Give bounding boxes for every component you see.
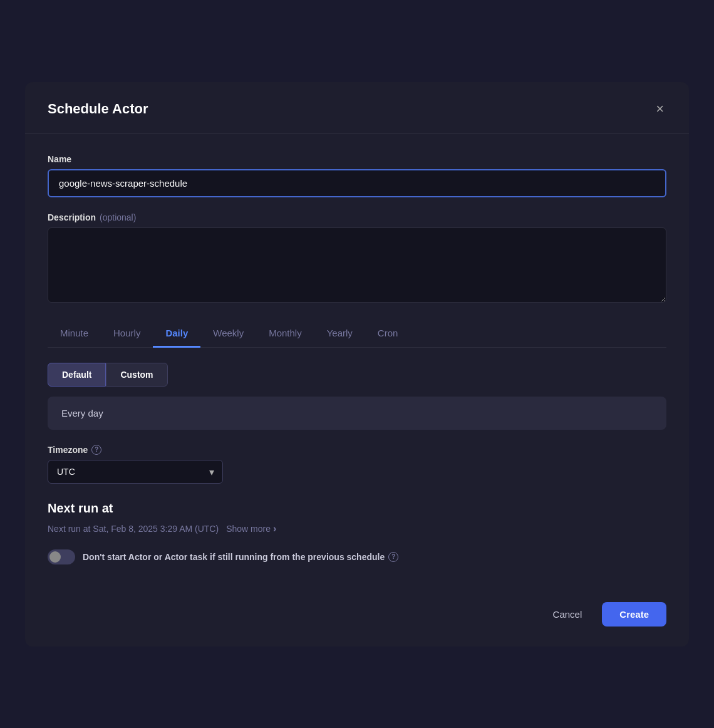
next-run-text: Next run at Sat, Feb 8, 2025 3:29 AM (UT… <box>48 524 219 534</box>
tab-cron[interactable]: Cron <box>365 320 411 348</box>
timezone-label: Timezone ? <box>48 445 666 455</box>
close-button[interactable]: × <box>653 100 666 118</box>
name-input[interactable] <box>48 169 666 197</box>
tab-yearly[interactable]: Yearly <box>314 320 365 348</box>
dont-start-thumb <box>49 551 61 563</box>
tab-daily[interactable]: Daily <box>153 320 200 348</box>
timezone-select-wrapper: UTC America/New_York Europe/London Asia/… <box>48 460 223 484</box>
dont-start-label: Don't start Actor or Actor task if still… <box>83 552 398 562</box>
description-field-group: Description (optional) <box>48 212 666 305</box>
tab-monthly[interactable]: Monthly <box>256 320 314 348</box>
tab-hourly[interactable]: Hourly <box>101 320 153 348</box>
modal-footer: Cancel Create <box>25 602 689 647</box>
description-textarea[interactable] <box>48 227 666 303</box>
show-more-button[interactable]: Show more › <box>226 523 276 534</box>
dont-start-track <box>48 549 75 564</box>
schedule-actor-modal: Schedule Actor × Name Description (optio… <box>25 82 689 647</box>
cancel-button[interactable]: Cancel <box>541 603 595 626</box>
modal-title: Schedule Actor <box>48 101 148 117</box>
default-custom-toggle: Default Custom <box>48 363 666 387</box>
schedule-tabs: Minute Hourly Daily Weekly Monthly Yearl… <box>48 320 666 348</box>
next-run-section: Next run at Next run at Sat, Feb 8, 2025… <box>48 501 666 534</box>
name-label: Name <box>48 154 666 164</box>
timezone-help-icon[interactable]: ? <box>91 445 101 455</box>
timezone-select[interactable]: UTC America/New_York Europe/London Asia/… <box>48 460 223 484</box>
modal-header: Schedule Actor × <box>25 82 689 134</box>
default-toggle-btn[interactable]: Default <box>48 363 106 387</box>
custom-toggle-btn[interactable]: Custom <box>106 363 167 387</box>
tab-weekly[interactable]: Weekly <box>200 320 256 348</box>
next-run-info: Next run at Sat, Feb 8, 2025 3:29 AM (UT… <box>48 523 666 534</box>
tab-minute[interactable]: Minute <box>48 320 101 348</box>
schedule-display: Every day <box>48 397 666 430</box>
dont-start-toggle[interactable] <box>48 549 75 564</box>
create-button[interactable]: Create <box>602 602 666 627</box>
name-field-group: Name <box>48 154 666 197</box>
next-run-title: Next run at <box>48 501 666 516</box>
dont-start-row: Don't start Actor or Actor task if still… <box>48 549 666 564</box>
description-label: Description (optional) <box>48 212 666 222</box>
modal-body: Name Description (optional) Minute Hourl… <box>25 134 689 602</box>
timezone-section: Timezone ? UTC America/New_York Europe/L… <box>48 445 666 484</box>
dont-start-help-icon[interactable]: ? <box>388 552 398 562</box>
